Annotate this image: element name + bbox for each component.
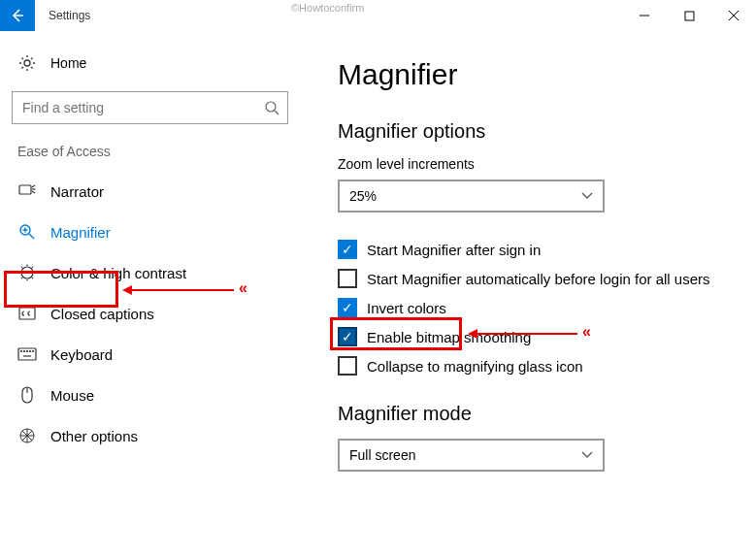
page-title: Magnifier [338, 58, 740, 91]
narrator-icon [17, 181, 37, 201]
zoom-increments-label: Zoom level increments [338, 156, 740, 172]
svg-line-30 [32, 267, 33, 268]
svg-point-34 [21, 351, 22, 352]
checkbox-label: Start Magnifier after sign in [367, 242, 541, 258]
sidebar-item-other-options[interactable]: Other options [12, 415, 291, 456]
svg-line-10 [31, 67, 33, 69]
svg-line-17 [32, 191, 35, 193]
sidebar-item-label: Other options [50, 428, 138, 444]
annotation-highlight-invert [330, 317, 462, 350]
sidebar: Home Ease of Access Narrator Magnifier [0, 31, 301, 556]
dropdown-value: Full screen [349, 447, 415, 463]
watermark-text: ©Howtoconfirm [291, 2, 364, 14]
checkbox-box[interactable]: ✓ [338, 240, 357, 259]
checkbox-start-before-login[interactable]: Start Magnifier automatically before log… [338, 269, 740, 288]
magnifier-icon [17, 222, 37, 242]
home-link[interactable]: Home [12, 43, 291, 83]
search-field[interactable] [20, 99, 264, 116]
svg-line-28 [21, 267, 22, 268]
search-input[interactable] [12, 91, 288, 124]
svg-line-11 [31, 58, 33, 60]
sidebar-item-mouse[interactable]: Mouse [12, 375, 291, 415]
svg-rect-1 [685, 12, 694, 20]
sidebar-item-magnifier[interactable]: Magnifier [12, 212, 291, 252]
svg-point-13 [266, 102, 276, 112]
back-button[interactable] [0, 0, 35, 31]
section-options-heading: Magnifier options [338, 120, 740, 143]
svg-line-16 [32, 185, 35, 187]
check-icon: ✓ [342, 243, 353, 256]
home-label: Home [50, 55, 86, 71]
dropdown-value: 25% [349, 188, 377, 204]
sidebar-item-keyboard[interactable]: Keyboard [12, 334, 291, 375]
annotation-arrow-invert [477, 333, 577, 335]
chevron-down-icon [581, 451, 593, 459]
sidebar-item-label: Mouse [50, 387, 94, 404]
mouse-icon [17, 385, 37, 405]
close-button[interactable] [711, 0, 756, 31]
magnifier-mode-dropdown[interactable]: Full screen [338, 439, 605, 472]
sidebar-item-narrator[interactable]: Narrator [12, 171, 291, 212]
svg-rect-33 [18, 348, 36, 360]
other-icon [17, 426, 37, 445]
svg-rect-32 [19, 308, 35, 319]
maximize-button[interactable] [667, 0, 711, 31]
checkbox-label: Invert colors [367, 300, 446, 316]
sidebar-category: Ease of Access [17, 144, 291, 159]
sidebar-item-label: Magnifier [50, 224, 111, 241]
svg-line-20 [29, 234, 34, 239]
arrow-left-icon [10, 8, 25, 23]
checkbox-start-after-signin[interactable]: ✓ Start Magnifier after sign in [338, 240, 740, 259]
svg-line-14 [275, 111, 279, 114]
titlebar: Settings [0, 0, 756, 31]
svg-point-37 [30, 351, 31, 352]
svg-rect-15 [19, 185, 31, 194]
checkbox-label: Start Magnifier automatically before log… [367, 271, 710, 287]
window-controls [622, 0, 756, 31]
check-icon: ✓ [342, 301, 353, 314]
zoom-increments-dropdown[interactable]: 25% [338, 180, 605, 213]
annotation-arrow-sidebar [132, 289, 234, 291]
svg-line-12 [22, 67, 24, 69]
section-mode-heading: Magnifier mode [338, 403, 740, 425]
checkbox-box[interactable]: ✓ [338, 298, 357, 317]
svg-line-9 [22, 58, 24, 60]
svg-point-4 [24, 60, 30, 66]
checkbox-collapse-icon[interactable]: Collapse to magnifying glass icon [338, 356, 740, 376]
sidebar-item-label: Keyboard [50, 346, 113, 363]
svg-point-38 [33, 351, 34, 352]
checkbox-label: Collapse to magnifying glass icon [367, 358, 583, 375]
sidebar-item-label: Closed captions [50, 306, 154, 322]
main-panel: Magnifier Magnifier options Zoom level i… [301, 31, 756, 556]
svg-point-36 [27, 351, 28, 352]
keyboard-icon [17, 344, 37, 364]
minimize-button[interactable] [622, 0, 667, 31]
svg-point-35 [24, 351, 25, 352]
gear-icon [17, 53, 37, 73]
checkbox-box[interactable] [338, 269, 357, 288]
annotation-highlight-sidebar [4, 271, 118, 308]
sidebar-item-label: Narrator [50, 183, 104, 200]
checkbox-box[interactable] [338, 356, 357, 376]
chevron-down-icon [581, 192, 593, 200]
checkbox-invert-colors[interactable]: ✓ Invert colors [338, 298, 740, 317]
search-icon [264, 100, 279, 115]
